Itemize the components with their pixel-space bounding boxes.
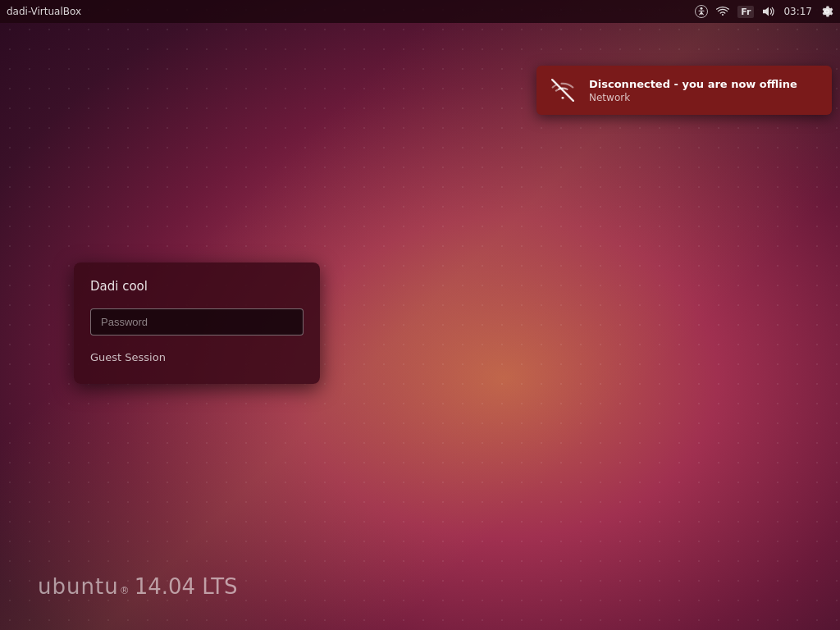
notification-toast[interactable]: Disconnected - you are now offline Netwo… xyxy=(536,66,832,115)
login-panel: Dadi cool Guest Session xyxy=(74,262,320,384)
notification-wifi-icon xyxy=(550,77,576,103)
ubuntu-registered: ® xyxy=(120,585,130,596)
keyboard-layout-badge[interactable]: Fr xyxy=(737,6,754,18)
hostname-label: dadi-VirtualBox xyxy=(7,6,81,17)
ubuntu-branding: ubuntu® 14.04 LTS xyxy=(38,574,238,599)
login-username-label: Dadi cool xyxy=(90,279,304,294)
notification-subtitle: Network xyxy=(589,92,797,103)
topbar-right-icons: Fr 03:17 xyxy=(695,5,833,18)
notification-text-block: Disconnected - you are now offline Netwo… xyxy=(589,78,797,103)
svg-marker-1 xyxy=(763,7,769,16)
notification-title: Disconnected - you are now offline xyxy=(589,78,797,90)
clock-label: 03:17 xyxy=(783,6,812,17)
guest-session-link[interactable]: Guest Session xyxy=(90,351,166,363)
ubuntu-version: 14.04 LTS xyxy=(135,574,238,599)
password-input[interactable] xyxy=(90,308,304,336)
topbar: dadi-VirtualBox Fr xyxy=(0,0,840,23)
volume-icon[interactable] xyxy=(762,6,775,17)
wifi-icon[interactable] xyxy=(716,6,729,17)
settings-icon[interactable] xyxy=(820,5,833,18)
accessibility-icon[interactable] xyxy=(695,5,708,18)
ubuntu-name: ubuntu xyxy=(38,574,119,599)
svg-point-0 xyxy=(701,7,703,10)
